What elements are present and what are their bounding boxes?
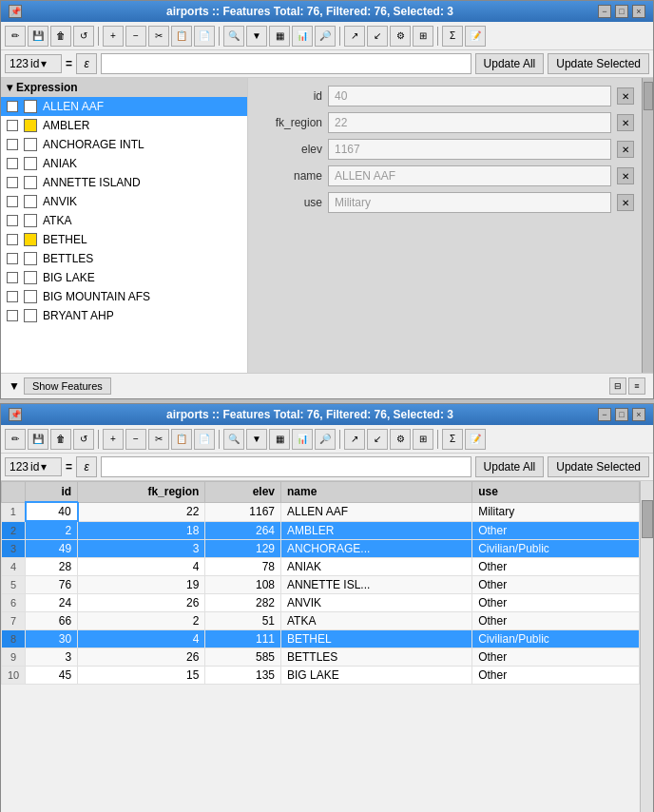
col-header-fk_region[interactable]: fk_region [78,482,205,503]
list-item[interactable]: BETHEL [1,230,247,249]
top-grid-view-btn[interactable]: ⊟ [609,377,626,395]
feature-checkbox[interactable] [7,253,18,264]
cell-use[interactable]: Other [472,521,640,540]
cell-fk_region[interactable]: 4 [78,630,205,648]
cut-icon[interactable]: ✂ [148,26,169,47]
b-grid-icon[interactable]: ▦ [269,429,290,450]
remove-icon[interactable]: − [125,26,146,47]
bottom-minimize-btn[interactable]: − [598,408,611,421]
cell-elev[interactable]: 282 [205,594,281,612]
zoom-icon[interactable]: 🔍 [223,26,244,47]
cell-fk_region[interactable]: 2 [78,612,205,630]
cell-fk_region[interactable]: 26 [78,594,205,612]
search-icon[interactable]: 🔎 [315,26,336,47]
cell-elev[interactable]: 111 [205,630,281,648]
cell-use[interactable]: Other [472,648,640,667]
cell-elev[interactable]: 585 [205,648,281,667]
attr-clear-id[interactable]: ✕ [617,87,634,105]
feature-checkbox[interactable] [7,101,18,112]
cell-elev[interactable]: 264 [205,521,281,540]
cell-elev[interactable]: 78 [205,558,281,576]
bottom-update-all-btn[interactable]: Update All [475,456,545,477]
attr-clear-elev[interactable]: ✕ [617,141,634,158]
copy-icon[interactable]: 📋 [171,26,192,47]
top-field-dropdown-icon[interactable]: ▾ [41,57,47,70]
list-item[interactable]: BIG MOUNTAIN AFS [1,287,247,306]
cell-elev[interactable]: 108 [205,576,281,594]
b-import-icon[interactable]: ↙ [367,429,388,450]
cell-fk_region[interactable]: 4 [78,558,205,576]
cell-use[interactable]: Other [472,558,640,576]
top-update-all-btn[interactable]: Update All [475,53,545,74]
list-item[interactable]: BETTLES [1,249,247,268]
grid-icon[interactable]: ▦ [269,26,290,47]
b-search-icon[interactable]: 🔎 [315,429,336,450]
cell-use[interactable]: Other [472,576,640,594]
add-icon[interactable]: + [103,26,124,47]
table-icon[interactable]: ⊞ [413,26,433,47]
cell-use[interactable]: Other [472,612,640,630]
stats-icon[interactable]: Σ [442,26,463,47]
bottom-epsilon-btn[interactable]: ε [76,456,97,477]
col-header-name[interactable]: name [280,482,471,503]
cell-elev[interactable]: 129 [205,540,281,558]
cell-fk_region[interactable]: 15 [78,667,205,685]
attr-clear-name[interactable]: ✕ [617,167,634,184]
cell-id[interactable]: 3 [26,648,78,667]
b-remove-icon[interactable]: − [125,429,146,450]
cell-use[interactable]: Military [472,502,640,521]
cell-elev[interactable]: 1167 [205,502,281,521]
top-pin-btn[interactable]: 📌 [9,5,22,18]
cell-name[interactable]: ANCHORAGE... [280,540,471,558]
list-item[interactable]: ANIAK [1,154,247,173]
feature-checkbox[interactable] [7,234,18,245]
bottom-maximize-btn[interactable]: □ [615,408,628,421]
b-chart-icon[interactable]: 📊 [292,429,313,450]
feature-checkbox[interactable] [7,196,18,207]
bottom-close-btn[interactable]: × [632,408,645,421]
table-scroll-area[interactable]: id fk_region elev name use 1 40 22 1167 [1,481,640,812]
b-paste-icon[interactable]: 📄 [194,429,215,450]
b-zoom-icon[interactable]: 🔍 [223,429,244,450]
feature-checkbox[interactable] [7,291,18,302]
cell-name[interactable]: ALLEN AAF [280,502,471,521]
b-form-icon[interactable]: 📝 [465,429,486,450]
feature-checkbox[interactable] [7,139,18,150]
list-item[interactable]: BRYANT AHP [1,306,247,325]
list-item[interactable]: ALLEN AAF [1,97,247,116]
top-expression-header-arrow[interactable]: ▾ [7,81,12,94]
top-expression-input[interactable] [101,53,471,74]
top-epsilon-btn[interactable]: ε [76,53,97,74]
cell-use[interactable]: Civilian/Public [472,540,640,558]
b-refresh-icon[interactable]: ↺ [73,429,94,450]
import-icon[interactable]: ↙ [367,26,388,47]
b-delete-icon[interactable]: 🗑 [50,429,71,450]
b-export-icon[interactable]: ↗ [344,429,365,450]
cell-name[interactable]: BIG LAKE [280,667,471,685]
list-item[interactable]: ANVIK [1,192,247,211]
attr-clear-use[interactable]: ✕ [617,194,634,211]
b-copy-icon[interactable]: 📋 [171,429,192,450]
bottom-update-selected-btn[interactable]: Update Selected [548,456,649,477]
export-icon[interactable]: ↗ [344,26,365,47]
bottom-scroll-thumb[interactable] [642,500,653,538]
cell-fk_region[interactable]: 3 [78,540,205,558]
cell-name[interactable]: BETHEL [280,630,471,648]
top-close-btn[interactable]: × [632,5,645,18]
b-cut-icon[interactable]: ✂ [148,429,169,450]
cell-id[interactable]: 45 [26,667,78,685]
cell-id[interactable]: 66 [26,612,78,630]
cell-name[interactable]: ATKA [280,612,471,630]
b-save-icon[interactable]: 💾 [28,429,48,450]
cell-name[interactable]: ANNETTE ISL... [280,576,471,594]
top-minimize-btn[interactable]: − [598,5,611,18]
bottom-field-dropdown-icon[interactable]: ▾ [41,460,47,474]
cell-use[interactable]: Civilian/Public [472,630,640,648]
cell-id[interactable]: 49 [26,540,78,558]
list-item[interactable]: ANNETTE ISLAND [1,173,247,192]
list-item[interactable]: ATKA [1,211,247,230]
b-pencil-icon[interactable]: ✏ [5,429,26,450]
top-update-selected-btn[interactable]: Update Selected [548,53,649,74]
col-header-id[interactable]: id [26,482,78,503]
list-item[interactable]: ANCHORAGE INTL [1,135,247,154]
